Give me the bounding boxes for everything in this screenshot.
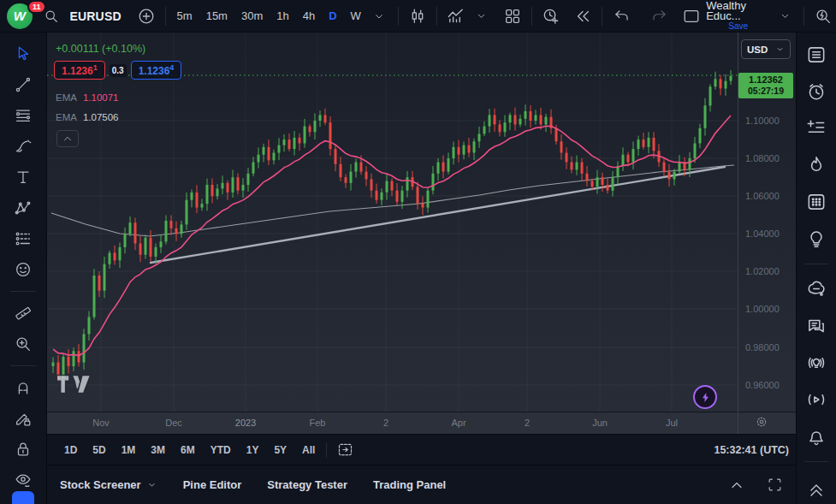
sidebar-divider	[804, 461, 828, 462]
interval-button-4h[interactable]: 4h	[298, 6, 320, 26]
minds-icon[interactable]	[804, 277, 828, 301]
notifications-icon[interactable]	[804, 424, 828, 448]
indicators-icon[interactable]	[443, 3, 469, 29]
lock-all-drawings-icon[interactable]	[12, 438, 34, 460]
layout-chevron-icon[interactable]	[772, 3, 797, 29]
chevron-down-icon	[775, 44, 785, 54]
panel-tab-pine-editor[interactable]: Pine Editor	[183, 478, 242, 491]
tradingview-app: W 11 EURUSD 5m15m30m1h4hDW Wealthy Educ.…	[0, 0, 836, 504]
sidebar-divider	[804, 264, 828, 264]
watchlist-icon[interactable]	[804, 43, 828, 67]
trend-line-tool-icon[interactable]	[12, 74, 34, 96]
bar-replay-icon[interactable]	[570, 3, 596, 29]
interval-button-15m[interactable]: 15m	[201, 6, 233, 26]
range-button-3m[interactable]: 3M	[145, 441, 171, 460]
text-tool-icon[interactable]	[12, 166, 34, 188]
time-axis[interactable]: NovDec2023Feb2Apr2JunJul	[47, 412, 796, 434]
user-menu-button[interactable]: W 11	[0, 3, 39, 29]
symbol-search-button[interactable]: EURUSD	[39, 3, 121, 29]
boost-button[interactable]	[693, 385, 717, 409]
session-clock[interactable]: 15:32:41 (UTC)	[714, 444, 789, 456]
zoom-in-tool-icon[interactable]	[12, 333, 34, 355]
currency-selector[interactable]: USD	[741, 39, 791, 59]
drawing-sync-lock-icon[interactable]	[12, 407, 34, 430]
time-tick-label: Jul	[666, 418, 678, 428]
price-chart[interactable]	[47, 33, 738, 412]
interval-chevron-icon[interactable]	[366, 3, 392, 29]
chart-pane[interactable]: +0.00111 (+0.10%) 1.12361 0.3 1.12364 EM…	[47, 33, 796, 434]
toolbar-divider	[165, 7, 166, 26]
range-button-5y[interactable]: 5Y	[268, 441, 293, 460]
ema-slow-value: 1.07506	[83, 112, 119, 122]
layout-name: Wealthy Educ...	[706, 1, 770, 21]
last-price-tag: 1.12362 05:27:19	[738, 73, 793, 98]
range-button-1m[interactable]: 1M	[116, 441, 142, 460]
undo-icon[interactable]	[608, 3, 634, 29]
brush-tool-icon[interactable]	[12, 135, 34, 157]
price-axis[interactable]: 1.100001.080001.060001.040001.020001.000…	[738, 33, 796, 412]
range-button-6m[interactable]: 6M	[175, 441, 201, 460]
panel-tabs: Stock ScreenerPine EditorStrategy Tester…	[60, 478, 446, 491]
toolbar-divider	[531, 7, 532, 26]
range-toolbar: 1D5D1M3M6MYTD1Y5YAll 15:32:41 (UTC)	[47, 434, 796, 465]
symbol-change: +0.00111 (+0.10%)	[56, 43, 145, 55]
quick-search-icon[interactable]	[810, 3, 836, 29]
interval-button-w[interactable]: W	[346, 6, 366, 26]
interval-buttons: 5m15m30m1h4hDW	[172, 6, 366, 26]
range-button-1y[interactable]: 1Y	[240, 441, 265, 460]
add-symbol-icon[interactable]	[133, 3, 159, 29]
alerts-icon[interactable]	[804, 80, 828, 104]
hotlists-icon[interactable]	[804, 153, 828, 177]
hide-all-drawings-icon[interactable]	[12, 469, 34, 491]
ema-slow-legend[interactable]: EMA 1.07506	[56, 112, 119, 122]
collapse-icon[interactable]	[804, 475, 828, 499]
xabcd-pattern-tool-icon[interactable]	[12, 197, 34, 219]
main-area: +0.00111 (+0.10%) 1.12361 0.3 1.12364 EM…	[47, 33, 796, 504]
candles-style-icon[interactable]	[405, 3, 430, 29]
cursor-tool-icon[interactable]	[12, 43, 34, 65]
panel-tab-strategy-tester[interactable]: Strategy Tester	[267, 478, 347, 491]
range-button-5d[interactable]: 5D	[86, 441, 111, 460]
add-alert-icon[interactable]	[537, 3, 563, 29]
legend-collapse-button[interactable]	[56, 130, 79, 147]
ema-fast-legend[interactable]: EMA 1.10071	[56, 92, 119, 103]
chat-icon[interactable]	[804, 314, 828, 338]
ask-button[interactable]: 1.12364	[131, 61, 182, 80]
go-to-date-icon[interactable]	[332, 437, 358, 463]
forecast-tool-icon[interactable]	[12, 228, 34, 250]
range-button-ytd[interactable]: YTD	[205, 441, 237, 460]
live-ideas-icon[interactable]	[804, 351, 828, 375]
last-price: 1.12362	[738, 74, 793, 86]
interval-button-30m[interactable]: 30m	[236, 6, 268, 26]
price-tick-label: 1.06000	[745, 191, 780, 201]
chevron-down-icon	[146, 479, 157, 490]
multichart-layout-icon[interactable]	[500, 3, 525, 29]
fib-retracement-tool-icon[interactable]	[12, 104, 34, 127]
toolbar-divider	[803, 7, 804, 26]
redo-icon[interactable]	[646, 3, 672, 29]
panel-tab-stock-screener[interactable]: Stock Screener	[60, 478, 157, 491]
panel-maximize-icon[interactable]	[762, 472, 787, 498]
panel-tab-trading-panel[interactable]: Trading Panel	[373, 478, 446, 491]
panel-expand-icon[interactable]	[724, 472, 750, 498]
range-button-all[interactable]: All	[296, 441, 321, 460]
magnet-tool-icon[interactable]	[12, 377, 34, 399]
ideas-icon[interactable]	[804, 227, 828, 251]
interval-button-1h[interactable]: 1h	[271, 6, 293, 26]
indicators-chevron-icon[interactable]	[469, 3, 495, 29]
notification-badge: 11	[27, 0, 46, 14]
range-button-1d[interactable]: 1D	[58, 441, 83, 460]
text-notes-icon[interactable]	[804, 116, 828, 140]
bid-button[interactable]: 1.12361	[54, 61, 105, 80]
streams-icon[interactable]	[804, 388, 828, 412]
interval-button-d[interactable]: D	[323, 6, 341, 26]
object-tree-icon[interactable]	[12, 491, 34, 504]
measure-tool-icon[interactable]	[12, 302, 34, 324]
emoji-tool-icon[interactable]	[12, 258, 34, 281]
gear-icon[interactable]	[754, 414, 771, 431]
interval-button-5m[interactable]: 5m	[172, 6, 198, 26]
layout-box-icon[interactable]	[679, 3, 704, 29]
calendar-icon[interactable]	[804, 190, 828, 214]
layout-name-button[interactable]: Wealthy Educ... Save	[706, 1, 770, 32]
save-label[interactable]: Save	[728, 21, 748, 32]
